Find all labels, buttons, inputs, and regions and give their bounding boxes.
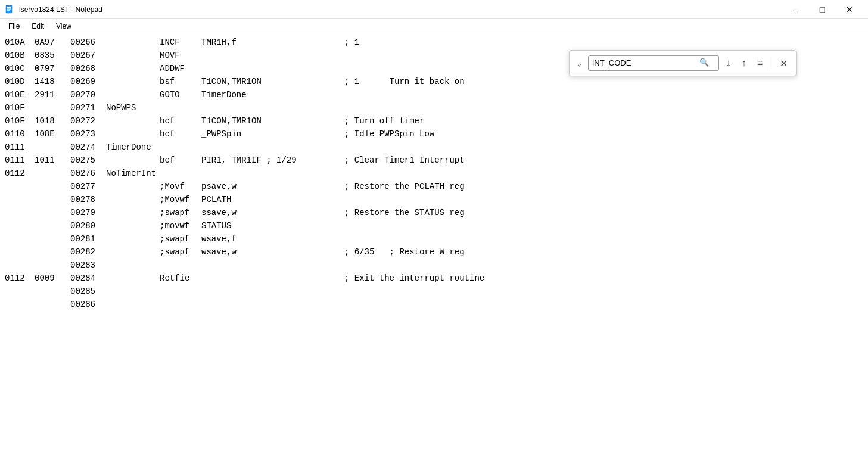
find-search-icon: 🔍: [699, 57, 709, 70]
col-instruction: GOTO: [160, 88, 201, 101]
col-args: [201, 167, 344, 180]
col-args: ssave,w: [201, 206, 344, 219]
find-chevron-icon[interactable]: ⌄: [574, 55, 584, 71]
col-args: psave,w: [201, 180, 344, 193]
col-line-number: 00279: [70, 206, 106, 219]
col-hex: 0835: [35, 49, 70, 62]
col-hex: [35, 259, 70, 272]
col-label: TimerDone: [106, 141, 160, 154]
col-label: [106, 36, 160, 49]
col-label: [106, 245, 160, 259]
col-instruction: ;swapf: [160, 206, 201, 219]
col-instruction: ;swapf: [160, 245, 201, 259]
menu-edit[interactable]: Edit: [26, 21, 50, 32]
col-label: [106, 232, 160, 245]
col-comment: ; 1 Turn it back on: [344, 75, 465, 88]
col-address: [5, 232, 35, 245]
maximize-button[interactable]: □: [808, 0, 836, 19]
col-label: [106, 272, 160, 285]
table-row: 010F00271NoPWPS: [5, 101, 863, 114]
find-options-button[interactable]: ≡: [754, 57, 766, 70]
minimize-button[interactable]: −: [781, 0, 808, 19]
col-instruction: ;movwf: [160, 219, 201, 232]
col-address: 0110: [5, 128, 35, 141]
col-instruction: [160, 167, 201, 180]
col-args: [201, 101, 344, 114]
find-bar: ⌄ 🔍 ↓ ↑ ≡ ✕: [569, 50, 797, 76]
col-hex: [35, 298, 70, 311]
col-comment: ; Clear Timer1 Interrupt: [344, 154, 465, 167]
col-line-number: 00286: [70, 298, 106, 311]
col-hex: [35, 180, 70, 193]
col-hex: 2911: [35, 88, 70, 101]
col-line-number: 00281: [70, 232, 106, 245]
col-instruction: ;Movf: [160, 180, 201, 193]
svg-rect-1: [7, 7, 11, 8]
col-args: [201, 285, 344, 298]
svg-rect-3: [7, 10, 10, 11]
col-instruction: [160, 259, 201, 272]
col-line-number: 00272: [70, 114, 106, 128]
col-hex: [35, 193, 70, 206]
col-args: PIR1, TMR1IF ; 1/29: [201, 154, 344, 167]
find-up-button[interactable]: ↑: [738, 57, 750, 70]
col-hex: [35, 219, 70, 232]
col-address: [5, 245, 35, 259]
col-label: [106, 75, 160, 88]
col-label: [106, 128, 160, 141]
col-line-number: 00268: [70, 62, 106, 75]
menu-bar: File Edit View: [0, 19, 868, 33]
col-line-number: 00271: [70, 101, 106, 114]
col-comment: ; 1: [344, 36, 359, 49]
col-address: [5, 180, 35, 193]
col-args: [201, 62, 344, 75]
col-comment: ; Restore the PCLATH reg: [344, 180, 465, 193]
editor-area[interactable]: ⌄ 🔍 ↓ ↑ ≡ ✕ 010A0A9700266INCFTMR1H,f; 10…: [0, 33, 868, 457]
col-line-number: 00284: [70, 272, 106, 285]
col-address: [5, 298, 35, 311]
col-hex: [35, 285, 70, 298]
find-input-wrap: 🔍: [588, 55, 719, 71]
app-icon: [5, 5, 14, 14]
col-hex: 1418: [35, 75, 70, 88]
col-hex: [35, 141, 70, 154]
col-args: [201, 272, 344, 285]
col-address: 0111: [5, 141, 35, 154]
col-args: wsave,w: [201, 245, 344, 259]
find-input[interactable]: [592, 58, 699, 67]
col-instruction: bcf: [160, 114, 201, 128]
col-line-number: 00273: [70, 128, 106, 141]
col-comment: ; 6/35 ; Restore W reg: [344, 245, 465, 259]
col-instruction: bcf: [160, 154, 201, 167]
col-args: [201, 49, 344, 62]
col-comment: ; Exit the interrupt routine: [344, 272, 484, 285]
col-instruction: [160, 298, 201, 311]
col-hex: 0009: [35, 272, 70, 285]
table-row: 00281;swapfwsave,f: [5, 232, 863, 245]
col-address: [5, 193, 35, 206]
menu-file[interactable]: File: [2, 21, 26, 32]
col-label: [106, 180, 160, 193]
col-line-number: 00275: [70, 154, 106, 167]
col-comment: ; Turn off timer: [344, 114, 424, 128]
col-address: [5, 285, 35, 298]
menu-view[interactable]: View: [50, 21, 77, 32]
col-instruction: ;swapf: [160, 232, 201, 245]
table-row: 010A0A9700266INCFTMR1H,f; 1: [5, 36, 863, 49]
find-down-button[interactable]: ↓: [723, 57, 735, 70]
col-label: [106, 193, 160, 206]
col-line-number: 00277: [70, 180, 106, 193]
col-address: 0112: [5, 272, 35, 285]
col-hex: [35, 101, 70, 114]
col-line-number: 00278: [70, 193, 106, 206]
table-row: 0110108E00273bcf_PWPSpin; Idle PWPSpin L…: [5, 128, 863, 141]
col-address: 0111: [5, 154, 35, 167]
col-label: [106, 49, 160, 62]
col-line-number: 00283: [70, 259, 106, 272]
col-hex: 1018: [35, 114, 70, 128]
col-hex: 1011: [35, 154, 70, 167]
col-instruction: ;Movwf: [160, 193, 201, 206]
find-close-button[interactable]: ✕: [776, 57, 791, 70]
col-instruction: INCF: [160, 36, 201, 49]
close-button[interactable]: ✕: [836, 0, 863, 19]
